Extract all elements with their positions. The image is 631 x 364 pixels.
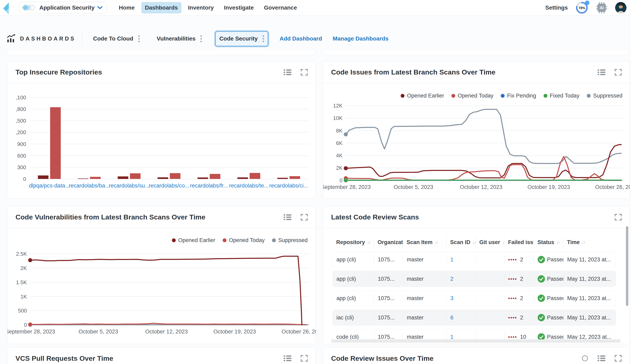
status-value: Passed bbox=[547, 276, 563, 282]
app-root: Application Security HomeDashboardsInven… bbox=[0, 0, 631, 364]
list-view-icon[interactable] bbox=[597, 355, 605, 362]
expand-icon[interactable] bbox=[615, 69, 622, 76]
column-header-scan-id[interactable]: Scan ID↓↑ bbox=[447, 236, 476, 248]
scan-item-value: master bbox=[407, 314, 424, 321]
table-row[interactable]: iac (cli)1075...master62PassedMay 11, 20… bbox=[333, 310, 616, 326]
column-header-status[interactable]: Status↓↑ bbox=[534, 236, 563, 248]
add-dashboard-link[interactable]: Add Dashboard bbox=[280, 36, 322, 42]
repository-value: code (cli) bbox=[336, 334, 359, 340]
bar-category-label[interactable]: recardolabs/co... bbox=[149, 182, 189, 189]
y-tick-label: ,800 bbox=[16, 106, 26, 112]
bar-category-label[interactable]: recardolabs/ba... bbox=[69, 182, 110, 189]
user-avatar[interactable] bbox=[615, 2, 626, 14]
app-switcher[interactable]: Application Security bbox=[19, 2, 107, 14]
settings-link[interactable]: Settings bbox=[545, 4, 568, 11]
bar-opened-today[interactable] bbox=[130, 173, 140, 179]
y-tick-label: 8K bbox=[336, 128, 342, 134]
column-header-label: Scan ID bbox=[450, 239, 470, 246]
column-header-git-user[interactable]: Git user↓↑ bbox=[476, 236, 504, 248]
manage-dashboards-link[interactable]: Manage Dashboards bbox=[333, 36, 389, 42]
list-view-icon[interactable] bbox=[597, 69, 605, 76]
bar-category-label[interactable]: dlpqa/pcs-data... bbox=[29, 182, 70, 189]
list-view-icon[interactable] bbox=[284, 214, 291, 220]
expand-icon[interactable] bbox=[615, 355, 622, 362]
line-chart-code-issues: 02K4K6K8K10K12KSeptember 28, 2023October… bbox=[323, 83, 630, 198]
column-header-repository[interactable]: Repository↓↑ bbox=[333, 236, 374, 248]
bar-opened-earlier[interactable] bbox=[158, 177, 168, 179]
ai-chip-icon[interactable]: AI bbox=[596, 2, 607, 14]
sort-icon[interactable]: ↓↑ bbox=[435, 240, 438, 245]
expand-icon[interactable] bbox=[615, 214, 622, 221]
column-header-time[interactable]: Time↓↑ bbox=[563, 236, 614, 248]
bar-opened-today[interactable] bbox=[90, 177, 101, 179]
dashboards-title: DASHBOARDS bbox=[20, 36, 76, 42]
list-view-icon[interactable] bbox=[284, 69, 291, 76]
table-row[interactable]: app (cli)1075...master12PassedMay 11, 20… bbox=[333, 252, 616, 268]
bar-opened-earlier[interactable] bbox=[38, 176, 49, 179]
time-value: May 11, 2023 at... bbox=[567, 276, 611, 282]
bar-opened-earlier[interactable] bbox=[118, 176, 128, 179]
column-header-scan-item[interactable]: Scan Item↓↑ bbox=[403, 236, 447, 248]
bar-opened-today[interactable] bbox=[170, 173, 180, 179]
nav-item-home[interactable]: Home bbox=[115, 2, 138, 14]
expand-icon[interactable] bbox=[301, 69, 308, 76]
y-tick-label: 2K bbox=[20, 265, 27, 271]
sort-icon[interactable]: ↓↑ bbox=[502, 240, 504, 245]
bar-opened-earlier[interactable] bbox=[78, 178, 89, 179]
nav-item-dashboards[interactable]: Dashboards bbox=[141, 2, 182, 14]
scan-id-link[interactable]: 1 bbox=[450, 256, 454, 263]
table-body: app (cli)1075...master12PassedMay 11, 20… bbox=[333, 252, 616, 344]
dashboard-tab-code-to-cloud[interactable]: Code To Cloud bbox=[90, 32, 143, 46]
x-tick-label: October 19, 2023 bbox=[527, 184, 570, 190]
bar-category-label[interactable]: recardolabs/su... bbox=[109, 182, 149, 189]
kebab-menu-icon[interactable] bbox=[199, 34, 203, 43]
bar-opened-today[interactable] bbox=[250, 173, 260, 179]
expand-icon[interactable] bbox=[301, 355, 308, 362]
dashboard-tab-vulnerabilities[interactable]: Vulnerabilities bbox=[153, 32, 205, 46]
kebab-menu-icon[interactable] bbox=[261, 34, 266, 43]
expand-icon[interactable] bbox=[301, 214, 308, 221]
nav-item-inventory[interactable]: Inventory bbox=[184, 2, 217, 14]
nav-item-investigate[interactable]: Investigate bbox=[220, 2, 257, 14]
bar-category-label[interactable]: recardolabs/te... bbox=[229, 182, 269, 189]
sort-icon[interactable]: ↓↑ bbox=[472, 240, 476, 245]
prisma-cloud-logo-icon[interactable] bbox=[3, 2, 14, 14]
dashboard-tab-code-security[interactable]: Code Security bbox=[215, 31, 268, 46]
status-value: Passed bbox=[547, 314, 563, 321]
table-row[interactable]: app (cli)1075...master22PassedMay 11, 20… bbox=[333, 271, 616, 287]
sort-icon[interactable]: ↓↑ bbox=[556, 240, 560, 245]
svg-text:AI: AI bbox=[600, 6, 604, 10]
organization-value: 1075... bbox=[378, 314, 395, 321]
table-row[interactable]: app (cli)1075...master32PassedMay 11, 20… bbox=[333, 290, 616, 306]
bar-category-label[interactable]: recardolabs/fr... bbox=[190, 182, 228, 189]
bar-opened-earlier[interactable] bbox=[277, 178, 288, 179]
series-start-marker bbox=[344, 132, 348, 136]
bar-opened-earlier[interactable] bbox=[237, 177, 248, 179]
sort-icon[interactable]: ↓↑ bbox=[582, 240, 585, 245]
scan-id-link[interactable]: 6 bbox=[450, 314, 454, 321]
kebab-menu-icon[interactable] bbox=[137, 34, 141, 43]
scan-id-link[interactable]: 1 bbox=[450, 334, 454, 340]
scan-id-link[interactable]: 2 bbox=[450, 276, 454, 282]
bar-opened-today[interactable] bbox=[210, 174, 221, 179]
column-header-label: Organizat bbox=[378, 239, 403, 246]
column-header-failed-issu[interactable]: Failed issu↓↑ bbox=[504, 236, 534, 248]
y-tick-label: ,500 bbox=[16, 118, 26, 124]
y-tick-label: 6K bbox=[336, 140, 342, 146]
panel-header: VCS Pull Requests Over Time bbox=[7, 347, 316, 364]
bar-category-label[interactable]: recardolabs/ci... bbox=[269, 182, 308, 189]
status-value: Passed bbox=[547, 256, 563, 263]
sort-icon[interactable]: ↓↑ bbox=[367, 240, 370, 245]
scan-id-link[interactable]: 3 bbox=[450, 295, 454, 302]
column-header-organizat[interactable]: Organizat↓↑ bbox=[374, 236, 403, 248]
vertical-scrollbar[interactable] bbox=[626, 226, 628, 306]
bar-opened-earlier[interactable] bbox=[197, 178, 208, 179]
list-view-icon[interactable] bbox=[284, 355, 291, 362]
bar-opened-today[interactable] bbox=[50, 107, 61, 179]
passed-check-icon bbox=[538, 294, 545, 302]
horizontal-scrollbar[interactable] bbox=[331, 339, 620, 342]
nav-item-governance[interactable]: Governance bbox=[260, 2, 301, 14]
bar-opened-today[interactable] bbox=[290, 176, 300, 179]
usage-gauge[interactable]: 78% bbox=[575, 2, 588, 14]
app-switcher-diamonds-icon bbox=[23, 6, 33, 10]
